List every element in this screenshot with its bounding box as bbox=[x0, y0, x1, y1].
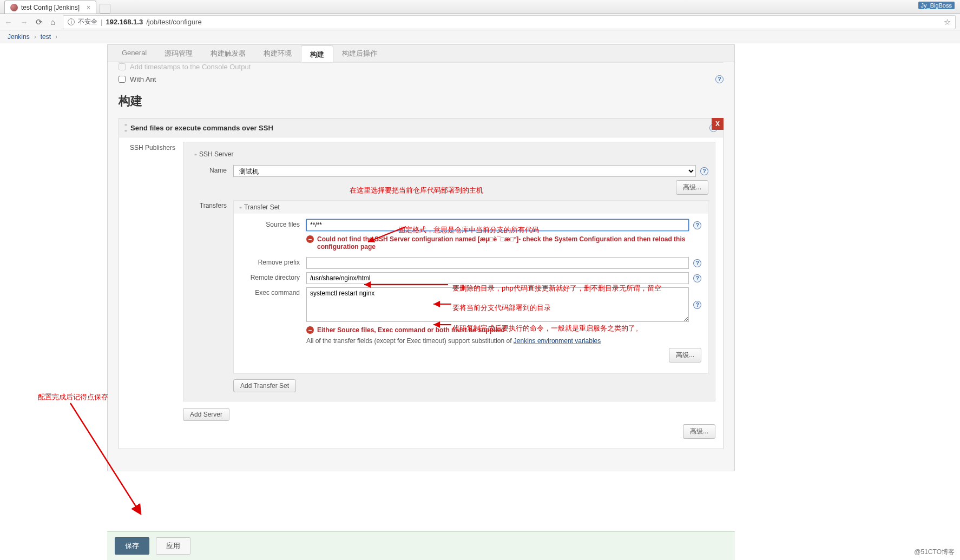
breadcrumb-job[interactable]: test bbox=[41, 33, 51, 41]
substitution-hint: All of the transfer fields (except for E… bbox=[306, 337, 701, 345]
drag-handle-icon[interactable]: ▪▪▪▪ bbox=[124, 122, 126, 134]
address-bar: ← → ⟳ ⌂ i 不安全 | 192.168.1.3/job/test/con… bbox=[0, 14, 960, 30]
breadcrumb-root[interactable]: Jenkins bbox=[8, 33, 30, 41]
error-icon: － bbox=[306, 235, 314, 243]
ssh-server-select[interactable]: 测试机 bbox=[233, 165, 696, 177]
add-transfer-set-button[interactable]: Add Transfer Set bbox=[233, 379, 296, 392]
remote-directory-input[interactable] bbox=[306, 272, 689, 284]
tab-title: test Config [Jenkins] bbox=[21, 4, 80, 11]
bottom-action-bar: 保存 应用 bbox=[107, 531, 735, 560]
remote-directory-label: Remote directory bbox=[240, 272, 300, 281]
name-label: Name bbox=[190, 165, 227, 174]
add-server-button[interactable]: Add Server bbox=[183, 408, 229, 421]
timestamps-checkbox bbox=[119, 63, 126, 70]
tab-build[interactable]: 构建 bbox=[301, 45, 333, 62]
env-vars-link[interactable]: Jenkins environment variables bbox=[514, 337, 601, 345]
delete-step-button[interactable]: X bbox=[712, 118, 724, 130]
ssh-publishers-label: SSH Publishers bbox=[127, 142, 175, 444]
help-icon[interactable]: ? bbox=[693, 274, 701, 282]
drag-handle-icon[interactable]: ▪▪ bbox=[194, 151, 196, 157]
ssh-server-header: ▪▪ SSH Server bbox=[190, 148, 708, 161]
tab-post[interactable]: 构建后操作 bbox=[333, 45, 386, 62]
reload-icon[interactable]: ⟳ bbox=[36, 17, 43, 27]
with-ant-label: With Ant bbox=[130, 75, 156, 83]
advanced-button[interactable]: 高级... bbox=[676, 180, 708, 195]
exec-error: － Either Source files, Exec command or b… bbox=[306, 326, 701, 334]
remove-prefix-label: Remove prefix bbox=[240, 257, 300, 266]
bookmark-icon[interactable]: ☆ bbox=[944, 17, 951, 27]
home-icon[interactable]: ⌂ bbox=[50, 17, 55, 27]
back-icon[interactable]: ← bbox=[4, 17, 12, 27]
insecure-label: 不安全 bbox=[78, 17, 97, 27]
tab-triggers[interactable]: 构建触发器 bbox=[202, 45, 255, 62]
tab-scm[interactable]: 源码管理 bbox=[156, 45, 202, 62]
exec-command-label: Exec command bbox=[240, 287, 300, 297]
url-path: /job/test/configure bbox=[146, 18, 202, 26]
advanced-button[interactable]: 高级... bbox=[669, 348, 701, 363]
tab-general[interactable]: General bbox=[113, 45, 156, 62]
info-icon[interactable]: i bbox=[68, 18, 75, 25]
user-badge: Jy_BigBoss bbox=[918, 2, 955, 9]
help-icon[interactable]: ? bbox=[715, 75, 724, 83]
transfer-set-header: ▪▪ Transfer Set bbox=[234, 201, 708, 214]
step-header[interactable]: ▪▪▪▪ Send files or execute commands over… bbox=[119, 118, 723, 137]
remove-prefix-input[interactable] bbox=[306, 257, 689, 269]
step-title: Send files or execute commands over SSH bbox=[130, 124, 273, 132]
url-host: 192.168.1.3 bbox=[106, 18, 143, 26]
transfer-set-panel: ▪▪ Transfer Set Source files bbox=[233, 200, 708, 374]
url-input[interactable]: i 不安全 | 192.168.1.3/job/test/configure ☆ bbox=[63, 15, 956, 29]
config-content: Add timestamps to the Console Output Wit… bbox=[107, 62, 735, 471]
ssh-publisher-panel: ▪▪ SSH Server Name 测试机 ? bbox=[183, 142, 715, 401]
exec-command-input[interactable]: systemctl restart nginx bbox=[306, 287, 689, 322]
breadcrumb: Jenkins › test › bbox=[0, 30, 960, 43]
config-tab-strip: General 源码管理 构建触发器 构建环境 构建 构建后操作 bbox=[107, 44, 735, 62]
build-step-ssh: X ▪▪▪▪ Send files or execute commands ov… bbox=[119, 118, 724, 449]
jenkins-favicon bbox=[10, 4, 18, 11]
source-files-label: Source files bbox=[240, 219, 300, 228]
browser-tab-strip: test Config [Jenkins] × Jy_BigBoss bbox=[0, 0, 960, 14]
source-files-input[interactable] bbox=[306, 219, 689, 231]
chevron-right-icon: › bbox=[34, 33, 36, 41]
source-files-error: － Could not find the SSH Server configur… bbox=[306, 235, 701, 251]
browser-tab[interactable]: test Config [Jenkins] × bbox=[4, 1, 96, 14]
chevron-right-icon: › bbox=[55, 33, 57, 41]
build-section-title: 构建 bbox=[119, 93, 724, 109]
new-tab-button[interactable] bbox=[100, 4, 110, 14]
help-icon[interactable]: ? bbox=[693, 221, 701, 229]
timestamps-label: Add timestamps to the Console Output bbox=[130, 63, 251, 71]
save-button[interactable]: 保存 bbox=[115, 537, 149, 555]
apply-button[interactable]: 应用 bbox=[156, 537, 190, 555]
help-icon[interactable]: ? bbox=[693, 301, 701, 309]
with-ant-checkbox[interactable] bbox=[119, 76, 126, 83]
close-icon[interactable]: × bbox=[87, 4, 90, 11]
forward-icon[interactable]: → bbox=[20, 17, 28, 27]
watermark: @51CTO博客 bbox=[914, 548, 955, 557]
help-icon[interactable]: ? bbox=[693, 259, 701, 267]
tab-env[interactable]: 构建环境 bbox=[255, 45, 301, 62]
drag-handle-icon[interactable]: ▪▪ bbox=[239, 205, 241, 210]
error-icon: － bbox=[306, 326, 314, 334]
transfers-label: Transfers bbox=[190, 200, 227, 209]
advanced-button[interactable]: 高级... bbox=[683, 424, 715, 439]
help-icon[interactable]: ? bbox=[700, 167, 708, 175]
